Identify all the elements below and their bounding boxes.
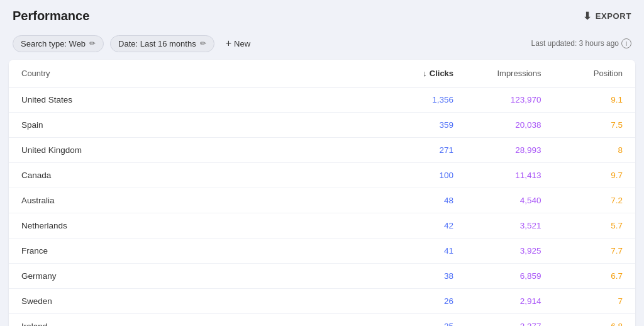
col-header-position: Position: [554, 60, 635, 87]
cell-clicks: 26: [385, 289, 466, 314]
cell-impressions: 2,914: [466, 289, 553, 314]
date-label: Date: Last 16 months: [118, 39, 196, 48]
cell-position: 9.1: [554, 87, 635, 113]
cell-impressions: 3,521: [466, 213, 553, 239]
table-row: United States1,356123,9709.1: [9, 87, 635, 113]
cell-impressions: 123,970: [466, 87, 553, 113]
table-row: Spain35920,0387.5: [9, 113, 635, 138]
date-filter[interactable]: Date: Last 16 months ✏: [110, 35, 214, 52]
table-header-row: Country ↓Clicks Impressions Position: [9, 60, 635, 87]
table-row: Germany386,8596.7: [9, 264, 635, 289]
cell-position: 7.2: [554, 188, 635, 213]
new-filter-button[interactable]: + New: [221, 35, 255, 52]
table-row: Netherlands423,5215.7: [9, 213, 635, 239]
cell-clicks: 100: [385, 163, 466, 188]
data-table: Country ↓Clicks Impressions Position Uni…: [9, 60, 635, 326]
cell-country: United Kingdom: [9, 138, 385, 163]
export-button[interactable]: ⬇ EXPORT: [583, 10, 631, 22]
cell-position: 7.5: [554, 113, 635, 138]
table-body: United States1,356123,9709.1Spain35920,0…: [9, 87, 635, 327]
table-row: Ireland252,3776.8: [9, 314, 635, 327]
cell-impressions: 3,925: [466, 239, 553, 264]
cell-impressions: 28,993: [466, 138, 553, 163]
page-header: Performance ⬇ EXPORT: [0, 0, 644, 30]
cell-impressions: 11,413: [466, 163, 553, 188]
cell-position: 8: [554, 138, 635, 163]
cell-impressions: 2,377: [466, 314, 553, 327]
cell-clicks: 38: [385, 264, 466, 289]
table-row: United Kingdom27128,9938: [9, 138, 635, 163]
plus-icon: +: [226, 38, 231, 49]
date-edit-icon: ✏: [200, 39, 206, 48]
cell-country: Ireland: [9, 314, 385, 327]
cell-country: Australia: [9, 188, 385, 213]
cell-country: Sweden: [9, 289, 385, 314]
cell-position: 7.7: [554, 239, 635, 264]
cell-position: 7: [554, 289, 635, 314]
table-row: Canada10011,4139.7: [9, 163, 635, 188]
cell-clicks: 48: [385, 188, 466, 213]
cell-country: Canada: [9, 163, 385, 188]
table-row: Sweden262,9147: [9, 289, 635, 314]
cell-clicks: 42: [385, 213, 466, 239]
filters-bar: Search type: Web ✏ Date: Last 16 months …: [0, 30, 644, 57]
cell-country: United States: [9, 87, 385, 113]
cell-country: Germany: [9, 264, 385, 289]
table-row: Australia484,5407.2: [9, 188, 635, 213]
cell-clicks: 25: [385, 314, 466, 327]
table-row: France413,9257.7: [9, 239, 635, 264]
col-header-impressions: Impressions: [466, 60, 553, 87]
search-type-edit-icon: ✏: [89, 39, 96, 48]
last-updated-text: Last updated: 3 hours ago: [531, 39, 619, 48]
cell-position: 6.7: [554, 264, 635, 289]
performance-page: Performance ⬇ EXPORT Search type: Web ✏ …: [0, 0, 644, 326]
cell-clicks: 41: [385, 239, 466, 264]
cell-position: 6.8: [554, 314, 635, 327]
export-label: EXPORT: [596, 11, 631, 21]
cell-country: Netherlands: [9, 213, 385, 239]
cell-impressions: 4,540: [466, 188, 553, 213]
search-type-label: Search type: Web: [21, 39, 86, 48]
col-header-country: Country: [9, 60, 385, 87]
cell-clicks: 359: [385, 113, 466, 138]
cell-clicks: 271: [385, 138, 466, 163]
col-header-clicks[interactable]: ↓Clicks: [385, 60, 466, 87]
cell-country: Spain: [9, 113, 385, 138]
cell-impressions: 20,038: [466, 113, 553, 138]
info-icon[interactable]: i: [621, 38, 631, 48]
cell-clicks: 1,356: [385, 87, 466, 113]
search-type-filter[interactable]: Search type: Web ✏: [13, 35, 104, 52]
cell-position: 5.7: [554, 213, 635, 239]
export-icon: ⬇: [583, 10, 592, 22]
cell-impressions: 6,859: [466, 264, 553, 289]
last-updated-area: Last updated: 3 hours ago i: [531, 38, 631, 48]
filters-left: Search type: Web ✏ Date: Last 16 months …: [13, 35, 255, 52]
data-table-container: Country ↓Clicks Impressions Position Uni…: [9, 60, 635, 326]
new-label: New: [234, 39, 250, 48]
clicks-label: Clicks: [430, 69, 453, 78]
page-title: Performance: [13, 9, 89, 23]
sort-down-icon: ↓: [423, 69, 427, 78]
cell-country: France: [9, 239, 385, 264]
cell-position: 9.7: [554, 163, 635, 188]
